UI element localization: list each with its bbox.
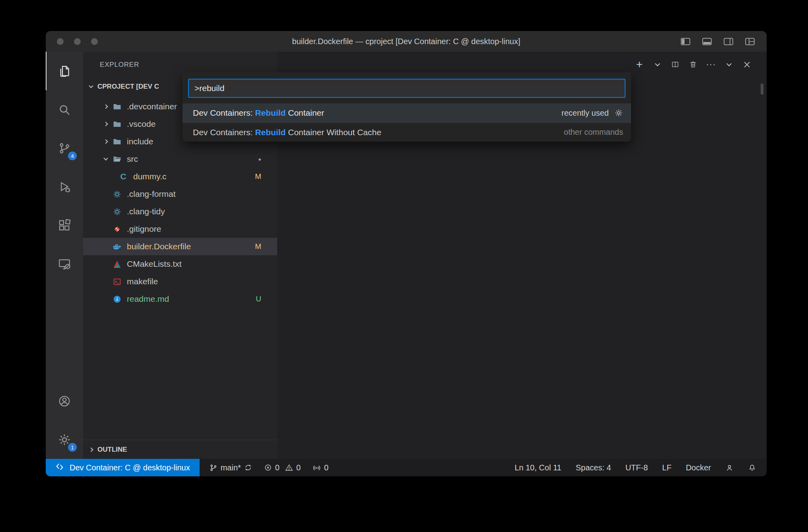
feedback-status[interactable] [725, 464, 734, 472]
file-tree: .devcontainer .vscode ● [83, 95, 277, 440]
info-file-icon [111, 295, 123, 303]
command-text: Dev Containers: Rebuild Container Withou… [193, 128, 381, 137]
kill-terminal-icon[interactable] [689, 60, 697, 68]
more-actions-icon[interactable]: ··· [707, 60, 715, 68]
command-palette-input[interactable] [188, 79, 625, 98]
problems-status[interactable]: 0 0 [264, 463, 301, 472]
c-file-icon: C [117, 172, 129, 181]
folder-icon [111, 103, 123, 110]
remote-icon [55, 462, 64, 473]
file-label: CMakeLists.txt [127, 259, 182, 269]
command-text: Dev Containers: Rebuild Container [193, 108, 324, 118]
tree-row-clang-format[interactable]: .clang-format [83, 185, 277, 203]
activity-bar: 4 [46, 52, 83, 459]
tree-row-cmakelists[interactable]: CMakeLists.txt [83, 255, 277, 273]
traffic-lights [57, 38, 98, 45]
notifications-status[interactable] [748, 464, 756, 472]
tree-row-clang-tidy[interactable]: .clang-tidy [83, 203, 277, 220]
activity-extensions[interactable] [46, 206, 83, 245]
git-branch-icon [209, 464, 218, 472]
tree-row-makefile[interactable]: makefile [83, 273, 277, 290]
settings-badge: 1 [68, 443, 77, 452]
group-label: other commands [564, 128, 623, 137]
title-bar: builder.Dockerfile — cproject [Dev Conta… [46, 31, 767, 52]
outline-section-header[interactable]: OUTLINE [83, 440, 277, 459]
tree-row-builder-dockerfile[interactable]: builder.Dockerfile M [83, 238, 277, 255]
errors-count: 0 [275, 463, 280, 472]
tree-row-gitignore[interactable]: .gitignore [83, 220, 277, 238]
file-label: .gitignore [127, 224, 161, 234]
folder-icon [111, 138, 123, 145]
tree-row-readme[interactable]: readme.md U [83, 290, 277, 308]
terminal-dropdown-icon[interactable] [653, 60, 661, 68]
language-mode-status[interactable]: Docker [686, 463, 711, 472]
indentation-label: Spaces: 4 [576, 463, 611, 472]
chevron-right-icon [103, 122, 108, 126]
close-panel-icon[interactable] [743, 60, 751, 68]
tree-row-src[interactable]: src ● [83, 150, 277, 168]
activity-search[interactable] [46, 90, 83, 129]
command-item-rebuild-without-cache[interactable]: Dev Containers: Rebuild Container Withou… [183, 122, 631, 142]
chevron-right-icon [103, 104, 108, 109]
remote-explorer-icon [58, 257, 71, 271]
activity-remote-explorer[interactable] [46, 245, 83, 283]
hide-panel-icon[interactable] [725, 60, 733, 68]
file-label: builder.Dockerfile [127, 242, 191, 251]
eol-status[interactable]: LF [662, 463, 671, 472]
settings-file-icon [111, 190, 123, 198]
scrollbar-thumb[interactable] [761, 83, 763, 95]
settings-file-icon [111, 208, 123, 216]
warnings-count: 0 [296, 463, 301, 472]
error-icon [264, 464, 272, 472]
tree-row-dummy-c[interactable]: C dummy.c M [83, 168, 277, 185]
close-button[interactable] [57, 38, 64, 45]
file-label: dummy.c [133, 172, 167, 181]
git-file-icon [111, 225, 123, 233]
customize-layout-icon[interactable] [745, 38, 755, 45]
toggle-panel-icon[interactable] [702, 38, 712, 45]
cursor-position-status[interactable]: Ln 10, Col 11 [515, 463, 561, 472]
desktop: builder.Dockerfile — cproject [Dev Conta… [0, 0, 808, 532]
activity-settings[interactable]: 1 [46, 420, 83, 459]
command-palette: Dev Containers: Rebuild Container recent… [183, 72, 631, 142]
extensions-icon [58, 219, 71, 232]
file-label: .clang-tidy [127, 207, 165, 216]
window-title: builder.Dockerfile — cproject [Dev Conta… [292, 37, 521, 46]
activity-run-debug[interactable] [46, 167, 83, 206]
encoding-label: UTF-8 [625, 463, 648, 472]
command-item-rebuild-container[interactable]: Dev Containers: Rebuild Container recent… [183, 103, 631, 122]
activity-source-control[interactable]: 4 [46, 129, 83, 167]
activity-explorer[interactable] [46, 52, 83, 90]
docker-file-icon [111, 243, 123, 250]
file-label: include [127, 137, 153, 146]
branch-label: main* [221, 463, 241, 472]
toggle-sidebar-icon[interactable] [681, 38, 690, 45]
indentation-status[interactable]: Spaces: 4 [576, 463, 611, 472]
untracked-badge: U [256, 295, 261, 303]
chevron-right-icon [89, 447, 93, 452]
chevron-down-icon [103, 156, 108, 160]
toggle-secondary-sidebar-icon[interactable] [724, 38, 733, 45]
feedback-person-icon [725, 464, 734, 472]
zoom-button[interactable] [91, 38, 98, 45]
bell-icon [748, 464, 756, 472]
minimize-button[interactable] [74, 38, 81, 45]
branch-status[interactable]: main* [209, 463, 252, 472]
new-terminal-icon[interactable]: + [635, 60, 643, 68]
folder-icon [111, 120, 123, 128]
configure-keybinding-icon[interactable] [614, 109, 623, 117]
source-control-badge: 4 [68, 151, 77, 160]
modified-badge: M [255, 172, 261, 181]
ports-status[interactable]: 0 [313, 463, 328, 472]
remote-indicator[interactable]: Dev Container: C @ desktop-linux [46, 459, 200, 476]
activity-account[interactable] [46, 382, 83, 420]
status-bar: Dev Container: C @ desktop-linux main* [46, 459, 767, 476]
ports-count: 0 [324, 463, 328, 472]
language-label: Docker [686, 463, 711, 472]
warnings-group: 0 [285, 463, 301, 472]
split-terminal-icon[interactable] [671, 60, 679, 68]
chevron-right-icon [103, 139, 108, 144]
errors-group: 0 [264, 463, 280, 472]
file-label: .clang-format [127, 189, 176, 199]
encoding-status[interactable]: UTF-8 [625, 463, 648, 472]
